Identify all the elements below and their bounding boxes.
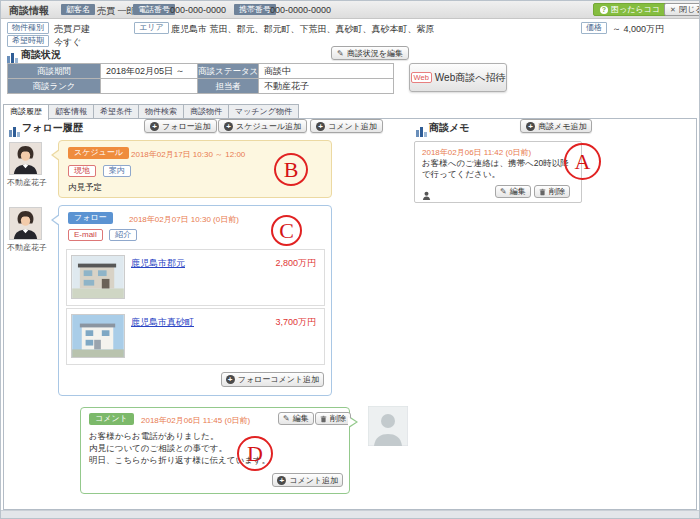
chart-icon	[9, 123, 20, 134]
period-value: 2018年02月05日 ～	[101, 64, 198, 79]
person-icon	[422, 186, 431, 196]
rank-value	[101, 79, 198, 94]
add-memo-button[interactable]: + 商談メモ追加	[520, 119, 592, 133]
property-photo	[71, 255, 125, 299]
status-label: 商談ステータス	[198, 64, 259, 79]
follow-datetime: 2018年02月07日 10:30 (0日前)	[129, 214, 239, 225]
area-label: エリア	[134, 22, 169, 34]
web-meeting-invite-button[interactable]: Web Web商談へ招待	[409, 63, 507, 92]
close-button[interactable]: ✕ 閉じる	[664, 3, 700, 16]
edit-status-button[interactable]: ✎ 商談状況を編集	[331, 46, 409, 60]
avatar-agent	[9, 142, 42, 175]
close-icon: ✕	[670, 6, 676, 14]
manager-value: 不動産花子	[259, 79, 394, 94]
chart-icon	[7, 49, 18, 60]
trash-icon	[539, 188, 546, 196]
page-bottom-edge	[1, 510, 699, 518]
add-comment-button[interactable]: + コメント追加	[310, 119, 383, 133]
status-section-title: 商談状況	[21, 48, 61, 62]
schedule-datetime: 2018年02月17日 10:30 ～ 12:00	[131, 149, 245, 160]
pencil-icon: ✎	[500, 187, 507, 196]
add-schedule-button[interactable]: + スケジュール追加	[218, 119, 307, 133]
add-comment-inline-button[interactable]: + コメント追加	[272, 473, 343, 487]
property-item: 鹿児島市真砂町 3,700万円	[66, 308, 325, 365]
schedule-tag-guide: 案内	[103, 165, 131, 177]
customer-name-label: 顧客名	[61, 4, 95, 15]
annotation-d: D	[237, 436, 273, 471]
follow-tag-email: E-mail	[68, 229, 103, 241]
tab-bar: 商談履歴 顧客情報 希望条件 物件検索 商談物件 マッチング物件	[3, 104, 298, 120]
pencil-icon: ✎	[337, 49, 344, 58]
follow-author: 不動産花子	[7, 242, 47, 253]
negotiation-page: 商談情報 顧客名 売買 一郎 電話番号 000-000-0000 携帯番号 00…	[0, 0, 700, 519]
comment-card: コメント 2018年02月06日 11:45 (0日前) ✎ 編集 削除 お客様…	[80, 407, 350, 494]
area-value: 鹿児島市 荒田、郡元、郡元町、下荒田、真砂町、真砂本町、紫原	[171, 23, 435, 36]
page-title: 商談情報	[9, 4, 49, 18]
property-link[interactable]: 鹿児島市真砂町	[131, 316, 194, 329]
memo-datetime: 2018年02月06日 11:42 (0日前)	[422, 147, 531, 158]
memo-section-title: 商談メモ	[429, 121, 469, 135]
chart-icon	[416, 123, 427, 134]
property-type-value: 売買戸建	[54, 23, 90, 36]
schedule-author: 不動産花子	[7, 177, 47, 188]
memo-body: お客様へのご連絡は、携帯へ20時以降で行ってください。	[422, 158, 575, 180]
price-value: ～ 4,000万円	[612, 23, 664, 36]
plus-icon: +	[316, 122, 325, 131]
property-item: 鹿児島市郡元 2,800万円	[66, 249, 325, 306]
phone-value: 000-000-0000	[170, 5, 226, 15]
plus-icon: +	[226, 375, 235, 384]
comment-badge: コメント	[89, 413, 134, 425]
pencil-icon: ✎	[283, 414, 290, 423]
help-icon: ?	[600, 6, 608, 14]
phone-label: 電話番号	[133, 4, 175, 15]
trash-icon	[320, 415, 327, 423]
comment-delete-button[interactable]: 削除	[315, 412, 351, 425]
manager-label: 担当者	[198, 79, 259, 94]
tab-matching-properties[interactable]: マッチング物件	[228, 104, 299, 119]
memo-delete-button[interactable]: 削除	[534, 185, 570, 198]
comment-line: 内見についてのご相談との事です。	[89, 443, 227, 455]
status-value: 商談中	[259, 64, 394, 79]
property-photo	[71, 314, 125, 358]
status-table: 商談期間 2018年02月05日 ～ 商談ステータス 商談中 商談ランク 担当者…	[7, 63, 394, 94]
follow-history-title: フォロー履歴	[22, 121, 83, 135]
annotation-b: B	[274, 153, 308, 186]
property-price: 3,700万円	[275, 316, 316, 329]
timing-label: 希望時期	[7, 35, 49, 47]
tab-preferences[interactable]: 希望条件	[93, 104, 139, 119]
period-label: 商談期間	[8, 64, 101, 79]
follow-tag-intro: 紹介	[109, 229, 137, 241]
rank-label: 商談ランク	[8, 79, 101, 94]
price-label: 価格	[581, 22, 607, 34]
property-type-label: 物件種別	[7, 22, 49, 34]
comment-datetime: 2018年02月06日 11:45 (0日前)	[141, 415, 250, 426]
annotation-a: A	[564, 143, 601, 180]
memo-edit-button[interactable]: ✎ 編集	[495, 185, 531, 198]
help-button[interactable]: ? 困ったらココ	[593, 3, 667, 16]
property-price: 2,800万円	[275, 257, 316, 270]
annotation-c: C	[271, 215, 302, 246]
top-bar: 商談情報 顧客名 売買 一郎 電話番号 000-000-0000 携帯番号 00…	[1, 1, 699, 19]
memo-card: 2018年02月06日 11:42 (0日前) お客様へのご連絡は、携帯へ20時…	[414, 141, 582, 203]
tab-property-search[interactable]: 物件検索	[138, 104, 184, 119]
plus-icon: +	[150, 122, 159, 131]
tab-history[interactable]: 商談履歴	[3, 104, 49, 120]
schedule-badge: スケジュール	[68, 147, 129, 159]
tab-customer-info[interactable]: 顧客情報	[48, 104, 94, 119]
add-follow-button[interactable]: + フォロー追加	[144, 119, 217, 133]
comment-edit-button[interactable]: ✎ 編集	[278, 412, 314, 425]
property-link[interactable]: 鹿児島市郡元	[131, 257, 185, 270]
tab-negotiation-properties[interactable]: 商談物件	[183, 104, 229, 119]
customer-name-value: 売買 一郎	[97, 5, 136, 18]
mobile-value: 000-0000-0000	[270, 5, 331, 15]
avatar-placeholder	[368, 406, 408, 446]
follow-badge: フォロー	[68, 212, 113, 224]
schedule-body: 内見予定	[68, 182, 102, 194]
schedule-tag-onsite: 現地	[68, 165, 96, 177]
plus-icon: +	[277, 476, 286, 485]
web-badge: Web	[411, 72, 432, 83]
comment-line: お客様からお電話がありました。	[89, 431, 219, 443]
add-follow-comment-button[interactable]: + フォローコメント追加	[221, 372, 324, 387]
plus-icon: +	[224, 122, 233, 131]
plus-icon: +	[526, 122, 535, 131]
